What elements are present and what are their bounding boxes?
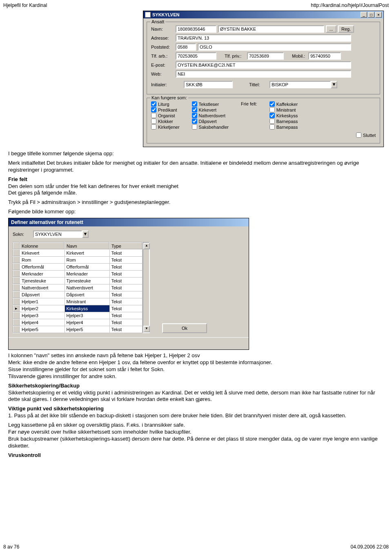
poststed-input[interactable] bbox=[198, 43, 351, 51]
table-row[interactable]: ▸Hjelper2KirkeskyssTekst bbox=[13, 305, 142, 312]
tlfpriv-input[interactable] bbox=[247, 52, 284, 60]
reg-button[interactable]: Reg. bbox=[338, 25, 354, 33]
table-cell[interactable]: Dåpsvert bbox=[65, 291, 109, 298]
role2-checkbox[interactable] bbox=[192, 101, 197, 107]
table-cell[interactable]: Offerformål bbox=[65, 263, 109, 270]
table-row[interactable]: OfferformålOfferformålTekst bbox=[13, 263, 142, 270]
role2-checkbox[interactable] bbox=[192, 124, 197, 130]
table-cell[interactable]: Hjelper4 bbox=[20, 319, 65, 326]
table-cell[interactable]: Hjelper5 bbox=[20, 326, 65, 333]
role3-row[interactable]: Barnepass bbox=[270, 119, 298, 124]
role3-row[interactable]: Ministrant bbox=[270, 107, 298, 112]
role2-checkbox[interactable] bbox=[192, 107, 197, 112]
column-header[interactable]: Kolonne bbox=[20, 242, 65, 249]
sokn-dropdown-button[interactable]: ▼ bbox=[82, 231, 89, 238]
scroll-up-button[interactable]: ▲ bbox=[143, 243, 150, 249]
table-cell[interactable]: Ministrant bbox=[65, 298, 109, 305]
table-cell[interactable]: Hjelper3 bbox=[20, 312, 65, 319]
role1-checkbox[interactable] bbox=[151, 113, 156, 118]
table-cell[interactable]: Tekst bbox=[109, 284, 142, 291]
initialer-input[interactable] bbox=[184, 81, 233, 88]
table-row[interactable]: Hjelper4Hjelper4Tekst bbox=[13, 319, 142, 326]
table-cell[interactable]: Tekst bbox=[109, 270, 142, 277]
rutenett-table[interactable]: KolonneNavnTypeKirkevertKirkevertTekstRo… bbox=[13, 242, 143, 333]
table-cell[interactable]: Hjelper3 bbox=[65, 312, 109, 319]
role1-checkbox[interactable] bbox=[151, 107, 156, 112]
role2-checkbox[interactable] bbox=[192, 119, 197, 124]
table-cell[interactable]: Dåpsvert bbox=[20, 291, 65, 298]
table-cell[interactable]: Tekst bbox=[109, 249, 142, 256]
role1-row[interactable]: Liturg bbox=[151, 101, 180, 107]
role3-checkbox[interactable] bbox=[270, 101, 275, 107]
table-row[interactable]: MerknaderMerknaderTekst bbox=[13, 270, 142, 277]
table-cell[interactable]: Tekst bbox=[109, 298, 142, 305]
table-cell[interactable]: Rom bbox=[65, 256, 109, 263]
role3-row[interactable]: Kaffekoker bbox=[270, 101, 298, 107]
tlfarb-input[interactable] bbox=[176, 52, 216, 60]
scroll-down-button[interactable]: ▼ bbox=[143, 326, 150, 332]
role1-row[interactable]: Klokker bbox=[151, 119, 180, 124]
navn-input[interactable] bbox=[218, 25, 324, 33]
sluttet-checkbox-row[interactable]: Sluttet bbox=[356, 132, 376, 138]
table-cell[interactable]: Hjelper4 bbox=[65, 319, 109, 326]
table-row[interactable]: KirkevertKirkevertTekst bbox=[13, 249, 142, 256]
role2-row[interactable]: Saksbehandler bbox=[192, 124, 229, 130]
table-cell[interactable]: Hjelper5 bbox=[65, 326, 109, 333]
role2-row[interactable]: Dåpsvert bbox=[192, 119, 229, 124]
table-cell[interactable]: Tekst bbox=[109, 263, 142, 270]
web-input[interactable] bbox=[176, 70, 351, 78]
minimize-button[interactable]: _ bbox=[361, 12, 367, 18]
table-cell[interactable]: Tekst bbox=[109, 312, 142, 319]
table-cell[interactable]: Tekst bbox=[109, 277, 142, 284]
table-cell[interactable]: Tjenesteuke bbox=[20, 277, 65, 284]
titlebar-ansatt[interactable]: SYKKYLVEN _ □ × bbox=[143, 11, 383, 18]
close-button[interactable]: × bbox=[375, 12, 382, 18]
ok-button[interactable]: Ok bbox=[162, 323, 207, 333]
role3-checkbox[interactable] bbox=[270, 124, 275, 130]
epost-input[interactable] bbox=[176, 61, 351, 69]
table-cell[interactable]: Tekst bbox=[109, 256, 142, 263]
role3-row[interactable]: Barnepass bbox=[270, 124, 298, 130]
maximize-button[interactable]: □ bbox=[368, 12, 374, 18]
role2-checkbox[interactable] bbox=[192, 113, 197, 118]
mobil-input[interactable] bbox=[308, 52, 341, 60]
table-cell[interactable]: Kirkeskyss bbox=[65, 305, 109, 312]
role1-checkbox[interactable] bbox=[151, 101, 156, 107]
table-cell[interactable]: Kirkevert bbox=[65, 249, 109, 256]
table-cell[interactable]: Nattverdsvert bbox=[65, 284, 109, 291]
table-cell[interactable]: Hjelper1 bbox=[20, 298, 65, 305]
navn-nr-input[interactable] bbox=[176, 25, 216, 33]
column-header[interactable]: Navn bbox=[65, 242, 109, 249]
tittel-dropdown-button[interactable]: ▼ bbox=[331, 81, 337, 88]
tittel-input[interactable] bbox=[270, 81, 331, 88]
table-row[interactable]: TjenesteukeTjenesteukeTekst bbox=[13, 277, 142, 284]
table-cell[interactable]: Tekst bbox=[109, 319, 142, 326]
role3-checkbox[interactable] bbox=[270, 119, 275, 124]
postnr-input[interactable] bbox=[176, 43, 196, 51]
role1-row[interactable]: Organist bbox=[151, 113, 180, 118]
table-row[interactable]: Hjelper1MinistrantTekst bbox=[13, 298, 142, 305]
role3-checkbox[interactable] bbox=[270, 113, 275, 118]
role1-checkbox[interactable] bbox=[151, 119, 156, 124]
role2-row[interactable]: Tekstleser bbox=[192, 101, 229, 107]
column-header[interactable]: Type bbox=[109, 242, 142, 249]
table-cell[interactable]: Merknader bbox=[65, 270, 109, 277]
table-row[interactable]: RomRomTekst bbox=[13, 256, 142, 263]
role3-row[interactable]: Kirkeskyss bbox=[270, 113, 298, 118]
table-row[interactable]: Hjelper3Hjelper3Tekst bbox=[13, 312, 142, 319]
table-cell[interactable]: Offerformål bbox=[20, 263, 65, 270]
role1-row[interactable]: Predikant bbox=[151, 107, 180, 112]
adresse-input[interactable] bbox=[176, 34, 351, 42]
table-cell[interactable]: Kirkevert bbox=[20, 249, 65, 256]
table-cell[interactable]: Tekst bbox=[109, 326, 142, 333]
role1-checkbox[interactable] bbox=[151, 124, 156, 130]
table-cell[interactable]: Tekst bbox=[109, 305, 142, 312]
table-row[interactable]: NattverdsvertNattverdsvertTekst bbox=[13, 284, 142, 291]
table-row[interactable]: DåpsvertDåpsvertTekst bbox=[13, 291, 142, 298]
role2-row[interactable]: Kirkevert bbox=[192, 107, 229, 112]
table-cell[interactable]: Merknader bbox=[20, 270, 65, 277]
table-cell[interactable]: Tekst bbox=[109, 291, 142, 298]
table-row[interactable]: Hjelper5Hjelper5Tekst bbox=[13, 326, 142, 333]
table-cell[interactable]: Nattverdsvert bbox=[20, 284, 65, 291]
sokn-input[interactable] bbox=[33, 231, 82, 238]
